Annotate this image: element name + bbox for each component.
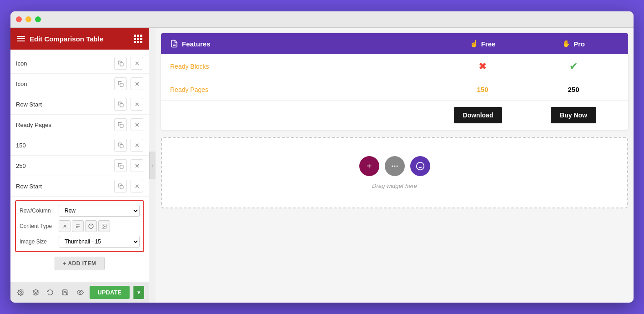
widget-menu-button[interactable] [385, 156, 405, 176]
right-panel: Features ☝ Free ✋ Pro Ready Blocks ✖ [156, 28, 634, 303]
drag-widget-area: + Drag widget here [161, 137, 628, 208]
minimize-button[interactable] [25, 16, 31, 22]
image-size-select[interactable]: Thumbnail - 15 Thumbnail - 20 Medium Lar… [59, 236, 140, 248]
title-bar [10, 11, 634, 28]
delete-icon-5[interactable]: ✕ [131, 139, 143, 152]
table-row-ready-pages: Ready Pages 150 250 [161, 79, 628, 100]
app-body: Edit Comparison Table Icon ✕ [10, 28, 634, 303]
copy-icon-4[interactable] [114, 118, 127, 131]
svg-point-11 [103, 225, 104, 226]
download-button[interactable]: Download [454, 107, 503, 123]
content-type-row: Content Type ✕ [20, 220, 140, 232]
image-size-row: Image Size Thumbnail - 15 Thumbnail - 20… [20, 236, 140, 248]
ct-btn-x[interactable]: ✕ [59, 220, 70, 232]
copy-icon-6[interactable] [114, 159, 127, 172]
ct-btn-info[interactable] [85, 220, 97, 232]
item-label-1: Icon [16, 60, 111, 67]
copy-icon-5[interactable] [114, 139, 127, 152]
panel-item: Icon ✕ [10, 74, 149, 94]
svg-marker-13 [33, 289, 39, 292]
svg-rect-1 [120, 83, 123, 86]
maximize-button[interactable] [35, 16, 41, 22]
row-column-select[interactable]: Row Column [59, 205, 140, 217]
panel-footer: UPDATE ▾ [10, 282, 149, 303]
hand-icon-free: ☝ [470, 40, 478, 48]
panel-title: Edit Comparison Table [30, 35, 103, 43]
svg-rect-4 [120, 144, 123, 147]
table-header: Features ☝ Free ✋ Pro [161, 33, 628, 54]
buy-now-button[interactable]: Buy Now [551, 107, 596, 123]
drag-hint: Drag widget here [372, 182, 417, 189]
grid-icon[interactable] [134, 35, 142, 43]
features-label: Features [182, 40, 211, 48]
svg-rect-6 [120, 185, 123, 188]
panel-items-list: Icon ✕ Icon ✕ Row Start [10, 50, 149, 282]
panel-item: Row Start ✕ [10, 176, 149, 197]
row1-col1: ✖ [437, 61, 528, 72]
layers-icon[interactable] [30, 286, 41, 299]
svg-rect-0 [120, 62, 123, 66]
add-widget-button[interactable]: + [359, 156, 379, 176]
undo-icon[interactable] [45, 286, 56, 299]
ct-btn-heading[interactable] [72, 220, 84, 232]
delete-icon-3[interactable]: ✕ [131, 98, 143, 111]
copy-icon-3[interactable] [114, 98, 127, 111]
update-dropdown-button[interactable]: ▾ [133, 286, 144, 299]
table-row-ready-blocks: Ready Blocks ✖ ✔ [161, 54, 628, 79]
item-label-4: Ready Pages [16, 122, 111, 128]
ct-btn-image[interactable] [98, 220, 110, 232]
copy-icon-1[interactable] [114, 57, 127, 70]
row2-col2: 250 [528, 86, 619, 93]
panel-item: Ready Pages ✕ [10, 115, 149, 135]
row2-label: Ready Pages [170, 86, 437, 93]
image-size-label: Image Size [20, 238, 56, 245]
settings-icon[interactable] [15, 286, 26, 299]
col2-label: Pro [574, 40, 585, 48]
delete-icon-7[interactable]: ✕ [131, 180, 143, 192]
check-circle-icon: ✔ [569, 61, 578, 72]
row-column-row: Row/Column Row Column [20, 205, 140, 217]
delete-icon-6[interactable]: ✕ [131, 159, 143, 172]
svg-point-19 [396, 166, 397, 167]
hand-icon-pro: ✋ [562, 40, 571, 48]
save-icon[interactable] [60, 286, 71, 299]
svg-point-14 [79, 292, 81, 294]
panel-item: Icon ✕ [10, 53, 149, 74]
hamburger-icon[interactable] [17, 36, 25, 41]
col1-label: Free [481, 40, 496, 48]
widget-buttons: + [359, 156, 430, 176]
x-circle-icon: ✖ [478, 61, 487, 72]
panel-item: Row Start ✕ [10, 94, 149, 115]
spacer [170, 107, 428, 123]
copy-icon-7[interactable] [114, 180, 127, 192]
eye-icon[interactable] [75, 286, 86, 299]
panel-item: 150 ✕ [10, 135, 149, 156]
svg-rect-5 [120, 165, 123, 168]
delete-icon-4[interactable]: ✕ [131, 118, 143, 131]
row2-col1: 150 [437, 86, 528, 93]
content-type-label: Content Type [20, 223, 56, 229]
svg-point-17 [392, 166, 393, 167]
svg-point-12 [20, 292, 21, 294]
panel-header: Edit Comparison Table [10, 28, 149, 50]
update-button[interactable]: UPDATE [90, 286, 130, 299]
col1-action: Download [433, 107, 523, 123]
item-label-6: 250 [16, 162, 111, 169]
delete-icon-1[interactable]: ✕ [131, 57, 143, 70]
row1-label: Ready Blocks [170, 63, 437, 70]
add-item-button[interactable]: + ADD ITEM [55, 257, 105, 270]
features-icon [170, 40, 178, 48]
svg-rect-2 [120, 103, 123, 106]
left-panel: Edit Comparison Table Icon ✕ [10, 28, 149, 303]
main-window: Edit Comparison Table Icon ✕ [10, 11, 634, 303]
smiley-widget-button[interactable] [410, 156, 430, 176]
col2-action: Buy Now [528, 107, 619, 123]
copy-icon-2[interactable] [114, 77, 127, 90]
delete-icon-2[interactable]: ✕ [131, 77, 143, 90]
svg-point-20 [416, 162, 424, 170]
features-header: Features [170, 40, 437, 48]
table-actions: Download Buy Now [161, 100, 628, 130]
col2-header: ✋ Pro [528, 40, 619, 48]
collapse-handle[interactable]: ‹ [149, 152, 156, 179]
close-button[interactable] [16, 16, 22, 22]
